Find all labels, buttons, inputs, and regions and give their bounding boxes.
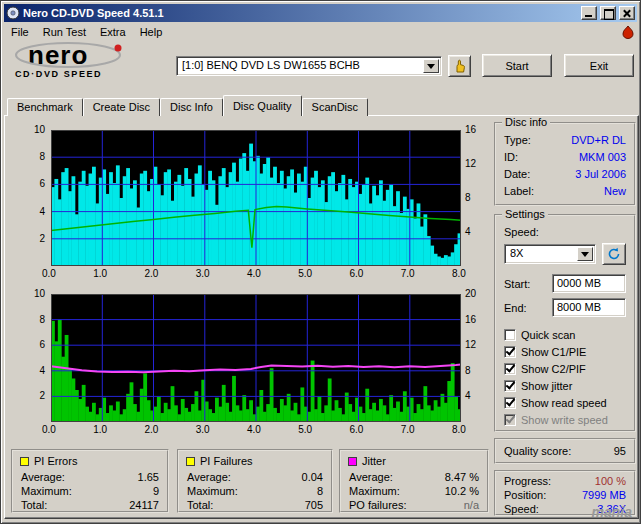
tab-scandisc[interactable]: ScanDisc <box>302 98 368 116</box>
disc-info-title: Disc info <box>502 116 550 128</box>
quality-score-label: Quality score: <box>504 445 571 457</box>
hand-pointer-button[interactable] <box>448 55 471 77</box>
titlebar[interactable]: Nero CD-DVD Speed 4.51.1 <box>4 4 637 22</box>
progress-label: Progress: <box>504 475 551 487</box>
position-value: 7999 MB <box>582 489 626 501</box>
exit-button[interactable]: Exit <box>564 54 634 77</box>
checkbox-label: Show write speed <box>521 414 608 426</box>
pi-errors-stats-panel: PI Errors Average:1.65 Maximum:9 Total:2… <box>11 449 169 513</box>
checkbox-label: Show C2/PIF <box>521 363 586 375</box>
jitter-stats-title: Jitter <box>362 455 386 467</box>
stat-label: Average: <box>187 471 231 483</box>
nero-logo: nero CD·DVD SPEED <box>12 42 168 92</box>
menubar: File Run Test Extra Help <box>4 22 637 41</box>
disc-date-label: Date: <box>504 168 530 180</box>
quality-score-value: 95 <box>614 445 626 457</box>
checkbox-box[interactable] <box>504 363 516 375</box>
pi-errors-x-axis: 0.01.02.03.04.05.06.07.08.0 <box>51 268 463 280</box>
drive-selector[interactable]: [1:0] BENQ DVD LS DW1655 BCHB <box>176 56 442 76</box>
show-jitter-checkbox[interactable]: Show jitter <box>504 379 572 393</box>
minimize-icon[interactable] <box>581 6 597 20</box>
nero-flame-icon <box>621 25 635 39</box>
stat-value: 8.47 % <box>445 471 479 483</box>
stat-label: PO failures: <box>349 499 406 511</box>
stat-value: 0.04 <box>302 471 323 483</box>
progress-value: 100 % <box>595 475 626 487</box>
tab-benchmark[interactable]: Benchmark <box>7 98 83 116</box>
disc-date-value: 3 Jul 2006 <box>575 168 626 180</box>
end-field[interactable]: 8000 MB <box>552 298 626 317</box>
speed-label: Speed: <box>504 226 539 238</box>
disc-id-label: ID: <box>504 151 518 163</box>
jitter-stats-panel: Jitter Average:8.47 % Maximum:10.2 % PO … <box>339 449 489 513</box>
menu-run-test[interactable]: Run Test <box>36 24 93 40</box>
speed-select[interactable]: 8X <box>504 244 596 264</box>
disc-label-label: Label: <box>504 185 534 197</box>
stat-value: 10.2 % <box>445 485 479 497</box>
disc-label-value: New <box>604 185 626 197</box>
disc-id-value: MKM 003 <box>579 151 626 163</box>
disc-type-value: DVD+R DL <box>571 134 626 146</box>
position-label: Position: <box>504 489 546 501</box>
checkbox-box[interactable] <box>504 397 516 409</box>
menu-help[interactable]: Help <box>133 24 170 40</box>
settings-group: Settings Speed: 8X Start: 0000 MB End: 8… <box>494 214 636 432</box>
disc-quality-page: 108642 161284 0.01.02.03.04.05.06.07.08.… <box>4 115 639 519</box>
checkbox-label: Show C1/PIE <box>521 346 586 358</box>
checkbox-box <box>504 414 516 426</box>
tab-disc-quality[interactable]: Disc Quality <box>223 95 302 116</box>
checkbox-box[interactable] <box>504 329 516 341</box>
speed-readout-label: Speed: <box>504 503 539 515</box>
checkbox-label: Quick scan <box>521 329 575 341</box>
pi-failures-y-axis-left: 108642 <box>25 294 47 422</box>
checkbox-box[interactable] <box>504 346 516 358</box>
disc-type-label: Type: <box>504 134 531 146</box>
stat-label: Total: <box>187 499 213 511</box>
menu-file[interactable]: File <box>4 24 36 40</box>
pi-failures-stats-title: PI Failures <box>200 455 253 467</box>
pi-failures-legend-icon <box>186 457 195 466</box>
stat-value: 9 <box>153 485 159 497</box>
nero-product-text: CD·DVD SPEED <box>12 69 168 79</box>
pi-failures-x-axis: 0.01.02.03.04.05.06.07.08.0 <box>51 424 463 436</box>
show-c2-pif-checkbox[interactable]: Show C2/PIF <box>504 362 586 376</box>
end-field-label: End: <box>504 302 527 314</box>
pi-errors-y-axis-left: 108642 <box>25 130 47 266</box>
quick-scan-checkbox[interactable]: Quick scan <box>504 328 575 342</box>
show-c1-pie-checkbox[interactable]: Show C1/PIE <box>504 345 586 359</box>
stat-value: 1.65 <box>138 471 159 483</box>
checkbox-label: Show jitter <box>521 380 572 392</box>
pi-errors-stats-title: PI Errors <box>34 455 77 467</box>
refresh-speed-button[interactable] <box>602 243 626 265</box>
close-icon[interactable] <box>619 6 635 20</box>
start-button[interactable]: Start <box>482 54 552 77</box>
tab-create-disc[interactable]: Create Disc <box>83 98 160 116</box>
start-field[interactable]: 0000 MB <box>552 274 626 293</box>
hand-pointer-icon <box>452 59 467 74</box>
maximize-icon[interactable] <box>600 6 616 20</box>
window-title: Nero CD-DVD Speed 4.51.1 <box>23 7 578 19</box>
show-read-speed-checkbox[interactable]: Show read speed <box>504 396 607 410</box>
chevron-down-icon[interactable] <box>423 59 439 73</box>
speed-value: 8X <box>510 247 575 259</box>
stat-label: Maximum: <box>187 485 238 497</box>
tab-disc-info[interactable]: Disc Info <box>160 98 223 116</box>
chevron-down-icon[interactable] <box>577 247 593 261</box>
stat-value: 8 <box>317 485 323 497</box>
app-window: Nero CD-DVD Speed 4.51.1 File Run Test E… <box>0 0 641 524</box>
stat-label: Maximum: <box>349 485 400 497</box>
pi-errors-chart <box>51 130 461 266</box>
quality-score-group: Quality score: 95 <box>494 438 636 464</box>
start-field-label: Start: <box>504 278 530 290</box>
pi-failures-chart <box>51 294 461 422</box>
show-write-speed-checkbox: Show write speed <box>504 413 608 427</box>
settings-title: Settings <box>502 208 548 220</box>
stat-value: 24117 <box>129 499 159 511</box>
pi-errors-y-axis-right: 161284 <box>463 130 485 266</box>
stat-value: n/a <box>464 499 479 511</box>
checkbox-box[interactable] <box>504 380 516 392</box>
header: nero CD·DVD SPEED [1:0] BENQ DVD LS DW16… <box>4 41 637 93</box>
menu-extra[interactable]: Extra <box>93 24 133 40</box>
disc-info-group: Disc info Type:DVD+R DL ID:MKM 003 Date:… <box>494 122 636 206</box>
checkbox-label: Show read speed <box>521 397 607 409</box>
